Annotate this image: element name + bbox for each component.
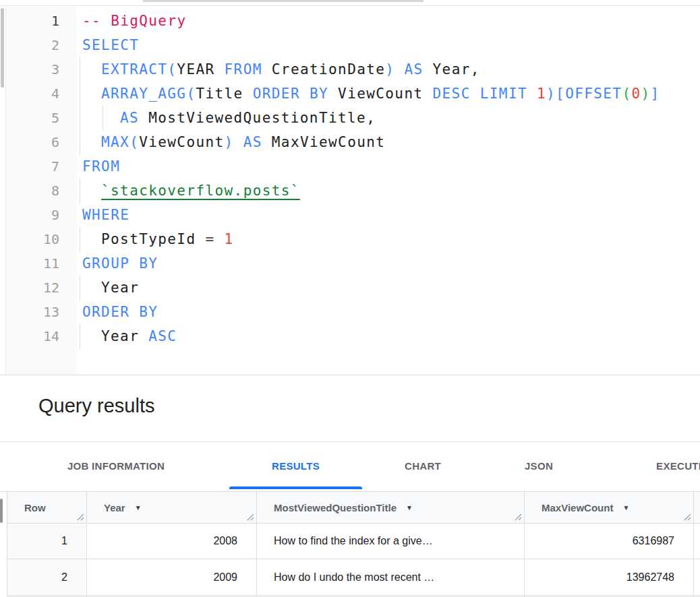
column-menu-arrow-icon[interactable]: ▼ — [622, 504, 629, 511]
code-line-4: 4ARRAY_AGG(Title ORDER BY ViewCount DESC… — [0, 82, 700, 106]
indent-guide — [80, 179, 80, 203]
column-menu-arrow-icon[interactable]: ▼ — [406, 504, 413, 511]
indent-guide — [80, 130, 80, 154]
code-line-12: 12Year — [0, 276, 700, 300]
results-scrollbar-thumb[interactable] — [0, 499, 3, 523]
table-row: 12008How to find the index for a give…63… — [7, 524, 700, 559]
code-token-id: Year — [101, 280, 139, 296]
indent-guide — [80, 82, 80, 106]
code-token-kw: ) AS — [385, 61, 432, 77]
code-token-kw: FROM — [225, 61, 272, 77]
code-token-kw: ORDER BY — [82, 304, 158, 320]
code-line-6: 6MAX(ViewCount) AS MaxViewCount — [0, 130, 700, 154]
editor-tab-bottom-edge — [143, 0, 424, 2]
column-header-year[interactable]: Year▼ — [87, 492, 257, 524]
line-number: 9 — [6, 203, 59, 227]
code-text: -- BigQuery — [82, 9, 186, 33]
code-token-id: Year — [101, 328, 148, 344]
code-text: ARRAY_AGG(Title ORDER BY ViewCount DESC … — [82, 82, 660, 106]
line-number: 3 — [6, 57, 59, 82]
cell-row: 1 — [7, 524, 87, 559]
column-header-row: Row — [7, 492, 87, 524]
code-text: WHERE — [82, 203, 129, 227]
line-number: 1 — [6, 9, 59, 33]
code-text: MAX(ViewCount) AS MaxViewCount — [82, 130, 385, 154]
line-number: 8 — [6, 179, 59, 203]
cell-row: 2 — [7, 559, 87, 596]
code-token-id: Title — [196, 86, 252, 102]
line-number: 14 — [6, 324, 59, 348]
column-menu-arrow-icon[interactable]: ▼ — [135, 504, 142, 511]
cell-year: 2008 — [87, 524, 257, 559]
code-token-kw: ASC — [148, 328, 177, 344]
tab-job-information[interactable]: JOB INFORMATION — [23, 442, 209, 489]
code-line-10: 10PostTypeId = 1 — [0, 227, 700, 251]
active-tab-indicator — [229, 486, 362, 489]
code-text: GROUP BY — [82, 251, 158, 276]
indent-guide — [80, 324, 80, 348]
code-line-7: 7FROM — [0, 154, 700, 179]
code-token-id: MaxViewCount — [272, 134, 386, 150]
editor-tabbar-edge — [0, 0, 700, 6]
code-token-op: = — [205, 231, 224, 247]
code-token-kw: AS — [120, 110, 148, 126]
line-number: 5 — [6, 106, 59, 130]
line-number: 2 — [6, 33, 59, 57]
code-text: FROM — [82, 154, 120, 179]
code-token-kw: GROUP BY — [82, 255, 158, 272]
code-token-num: 1 — [537, 86, 546, 102]
cell-title: How do I undo the most recent … — [257, 559, 525, 596]
code-token-kw: DESC LIMIT — [433, 86, 537, 102]
column-label: Year — [104, 502, 125, 513]
code-token-kw: FROM — [82, 158, 120, 175]
code-text: PostTypeId = 1 — [82, 227, 234, 251]
results-tabbar: JOB INFORMATIONRESULTSCHARTJSONEXECUTION… — [0, 442, 700, 492]
code-text: Year ASC — [82, 324, 177, 348]
indent-guide — [80, 276, 80, 300]
code-text: ORDER BY — [82, 300, 158, 324]
table-reference-link[interactable]: `stackoverflow.posts` — [101, 183, 300, 199]
indent-guide — [80, 106, 80, 130]
code-text: SELECT — [82, 33, 139, 57]
tab-execution-details[interactable]: EXECUTION DETAILS — [609, 442, 700, 489]
tab-chart[interactable]: CHART — [378, 442, 467, 489]
column-resize-handle[interactable] — [513, 512, 523, 522]
tab-results[interactable]: RESULTS — [229, 442, 362, 489]
code-line-2: 2SELECT — [0, 33, 700, 57]
tab-json[interactable]: JSON — [501, 442, 577, 489]
code-line-13: 13ORDER BY — [0, 300, 700, 324]
cell-max: 6316987 — [525, 524, 694, 559]
code-token-num: 1 — [225, 231, 234, 247]
code-token-kw: ) AS — [225, 134, 272, 150]
column-label: MostViewedQuestionTitle — [274, 502, 397, 513]
code-token-kw: MAX( — [101, 134, 139, 150]
column-resize-handle[interactable] — [682, 512, 692, 522]
bigquery-console: 1-- BigQuery2SELECT3EXTRACT(YEAR FROM Cr… — [0, 0, 700, 597]
sql-editor[interactable]: 1-- BigQuery2SELECT3EXTRACT(YEAR FROM Cr… — [0, 7, 700, 375]
code-token-comment: -- BigQuery — [82, 13, 186, 29]
code-line-14: 14Year ASC — [0, 324, 700, 348]
code-token-kw: ARRAY_AGG( — [101, 86, 196, 102]
code-token-id: YEAR — [177, 61, 224, 77]
column-resize-handle[interactable] — [76, 512, 85, 522]
line-number: 4 — [6, 82, 59, 106]
column-resize-handle[interactable] — [245, 512, 255, 522]
code-token-id: Year, — [433, 61, 480, 77]
line-number: 6 — [6, 130, 59, 154]
table-header-row: RowYear▼MostViewedQuestionTitle▼MaxViewC… — [7, 492, 700, 524]
column-header-max[interactable]: MaxViewCount▼ — [525, 492, 694, 524]
code-token-kw: )[OFFSET — [546, 86, 622, 102]
column-header-title[interactable]: MostViewedQuestionTitle▼ — [257, 492, 525, 524]
code-token-p2: ( — [622, 86, 631, 102]
code-token-id: ViewCount — [139, 134, 224, 150]
cell-year: 2009 — [87, 559, 257, 596]
code-text: AS MostViewedQuestionTitle, — [82, 106, 376, 130]
cell-extra — [694, 559, 700, 596]
column-header-extra — [694, 492, 700, 524]
code-token-kw: ] — [651, 86, 660, 102]
line-number: 7 — [6, 154, 59, 179]
code-line-11: 11GROUP BY — [0, 251, 700, 276]
indent-guide — [80, 57, 80, 82]
line-number: 10 — [6, 227, 59, 251]
indent-guide — [80, 227, 80, 251]
